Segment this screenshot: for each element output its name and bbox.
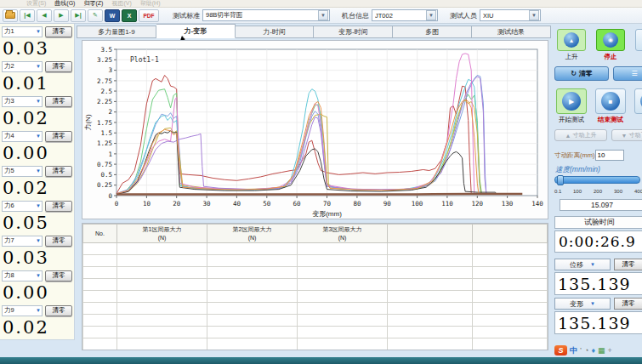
- force-channel-select-6[interactable]: 力6▼: [2, 201, 43, 212]
- tester-select[interactable]: XIU ▼: [480, 9, 541, 21]
- table-row[interactable]: [83, 315, 548, 327]
- menu-settings: 设置(S): [22, 0, 50, 8]
- displacement-select[interactable]: 位移▼: [554, 259, 611, 270]
- force-channel-select-2[interactable]: 力2▼: [2, 61, 43, 72]
- edit-button[interactable]: ✎: [88, 9, 103, 22]
- channel-zero-button-4[interactable]: 清零: [45, 131, 72, 142]
- table-header-interval3: 第3区间最大力(N): [298, 225, 388, 243]
- export-pdf-button[interactable]: PDF: [139, 9, 159, 22]
- force-channel-group: 力2▼ 清零 0.01: [2, 60, 72, 95]
- deformation-zero-button[interactable]: 清零: [614, 298, 642, 310]
- first-record-button[interactable]: |◀: [20, 9, 35, 22]
- channel-zero-button-6[interactable]: 清零: [45, 201, 72, 212]
- svg-text:90: 90: [383, 200, 392, 208]
- input-method-tray: S 中 ’ ◔ ♦ ▦ +: [554, 344, 612, 356]
- channel-value-2: 0.01: [2, 72, 72, 94]
- end-test-button[interactable]: ■: [595, 88, 626, 114]
- force-channel-select-8[interactable]: 力8▼: [2, 270, 43, 282]
- force-channel-select-1[interactable]: 力1▼: [2, 26, 43, 37]
- chevron-down-icon: ▼: [590, 262, 595, 267]
- jog-step-up-button[interactable]: ▲寸动上升: [554, 129, 607, 141]
- tab-multi-chart[interactable]: 多图: [393, 26, 472, 38]
- return-icon: ☰: [631, 70, 637, 77]
- force-channel-select-3[interactable]: 力3▼: [2, 96, 43, 107]
- return-origin-button[interactable]: ☰: [613, 66, 642, 81]
- channel-zero-button-5[interactable]: 清零: [45, 166, 72, 177]
- menu-curve[interactable]: 曲线(G): [50, 0, 79, 8]
- next-record-button[interactable]: ▶: [54, 9, 69, 22]
- force-channel-select-4[interactable]: 力4▼: [2, 131, 43, 142]
- chevron-down-icon[interactable]: ▼: [318, 10, 328, 20]
- test-time-value: 0:00:26.9: [554, 230, 642, 253]
- open-file-button[interactable]: [3, 9, 18, 22]
- tab-multi-force[interactable]: 多力量图1-9: [77, 26, 156, 38]
- table-row[interactable]: [83, 327, 548, 338]
- channel-label: 力5: [4, 167, 14, 175]
- svg-text:1: 1: [108, 151, 112, 158]
- speed-value: 15.097: [560, 199, 642, 211]
- force-channel-group: 力6▼ 清零 0.05: [2, 200, 72, 235]
- jog-up-button[interactable]: ▲: [557, 29, 586, 51]
- displacement-zero-button[interactable]: 清零: [614, 259, 642, 270]
- svg-text:力(N): 力(N): [84, 114, 92, 130]
- keyboard-icon[interactable]: ▦: [598, 345, 605, 355]
- channel-zero-button-9[interactable]: 清零: [45, 305, 72, 316]
- export-word-button[interactable]: W: [105, 9, 120, 22]
- pause-button[interactable]: ‖: [634, 88, 642, 114]
- force-channel-select-5[interactable]: 力5▼: [2, 166, 43, 177]
- channel-label: 力2: [4, 62, 14, 71]
- svg-text:3.25: 3.25: [97, 56, 112, 64]
- last-record-button[interactable]: ▶|: [71, 9, 86, 22]
- force-channel-select-9[interactable]: 力9▼: [2, 305, 43, 316]
- table-row[interactable]: [83, 255, 548, 267]
- svg-text:30: 30: [203, 200, 212, 208]
- tab-force-time[interactable]: 力-时间: [236, 26, 315, 38]
- table-row[interactable]: [83, 279, 548, 291]
- microphone-icon[interactable]: ♦: [591, 345, 595, 355]
- chevron-down-icon[interactable]: ▼: [426, 10, 436, 20]
- tab-deformation-time[interactable]: 变形-时间: [314, 26, 393, 38]
- machine-info-select[interactable]: JT002 ▼: [372, 9, 438, 21]
- export-excel-button[interactable]: X: [122, 9, 137, 22]
- zero-all-button[interactable]: ↻清零: [554, 66, 609, 81]
- jog-step-down-button[interactable]: ▼寸动下降: [611, 129, 642, 141]
- table-row[interactable]: [83, 267, 548, 279]
- step-distance-input[interactable]: [595, 150, 624, 161]
- menu-zero[interactable]: 归零(Z): [79, 0, 107, 8]
- tick-label: 300: [614, 189, 622, 194]
- table-row[interactable]: [83, 291, 548, 303]
- tab-force-deformation[interactable]: 力-变形: [156, 24, 236, 38]
- channel-zero-button-3[interactable]: 清零: [45, 96, 72, 107]
- chevron-down-icon[interactable]: ▼: [529, 10, 539, 20]
- input-mode-chinese-icon[interactable]: 中: [570, 345, 577, 355]
- channel-zero-button-8[interactable]: 清零: [45, 270, 72, 282]
- channel-zero-button-2[interactable]: 清零: [45, 61, 72, 72]
- svg-text:0.25: 0.25: [97, 181, 112, 189]
- tab-test-result[interactable]: 测试结果: [472, 26, 551, 38]
- table-row[interactable]: [83, 338, 548, 350]
- toolbox-icon[interactable]: +: [608, 345, 612, 355]
- previous-record-button[interactable]: ◀: [37, 9, 52, 22]
- clock-icon[interactable]: ◔: [584, 345, 588, 355]
- table-row[interactable]: [83, 243, 548, 255]
- test-standard-select[interactable]: 98B切半背面 ▼: [202, 9, 330, 21]
- channel-zero-button-1[interactable]: 清零: [45, 26, 72, 37]
- speed-slider-thumb[interactable]: [557, 175, 564, 185]
- svg-text:80: 80: [353, 200, 361, 208]
- table-row[interactable]: [83, 303, 548, 315]
- deformation-value: 135.139: [554, 311, 642, 334]
- svg-text:110: 110: [441, 200, 453, 208]
- channel-zero-button-7[interactable]: 清零: [45, 236, 72, 247]
- sogou-logo-icon[interactable]: S: [554, 345, 567, 355]
- displacement-label: 位移: [570, 260, 583, 270]
- punctuation-icon[interactable]: ’: [580, 345, 582, 355]
- deformation-select[interactable]: 变形▼: [554, 298, 611, 310]
- zero-all-label: 清零: [579, 69, 593, 78]
- svg-text:120: 120: [472, 200, 484, 208]
- jog-down-button[interactable]: ▼: [635, 29, 642, 51]
- svg-text:0: 0: [108, 192, 112, 200]
- start-test-button[interactable]: ▶: [556, 88, 587, 114]
- speed-slider[interactable]: [554, 176, 640, 184]
- stop-button[interactable]: ◉: [596, 29, 625, 51]
- force-channel-select-7[interactable]: 力7▼: [2, 236, 43, 247]
